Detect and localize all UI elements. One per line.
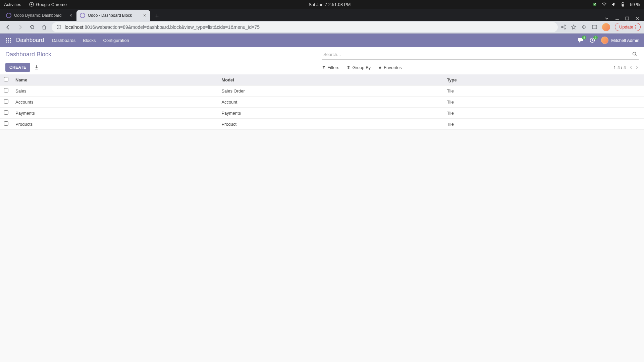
column-header-model[interactable]: Model [218,74,443,85]
menu-configuration[interactable]: Configuration [103,38,129,43]
table-row[interactable]: Sales Sales Order Tile [0,85,644,97]
wifi-icon[interactable] [602,2,606,7]
cell-name: Payments [12,108,218,119]
svg-line-31 [636,55,637,56]
search-icon[interactable] [632,52,637,57]
activities-button[interactable]: Activities [4,2,21,7]
url-text: localhost:8016/web#action=89&model=dashb… [65,24,260,30]
volume-icon[interactable] [611,2,616,7]
table-row[interactable]: Accounts Account Tile [0,97,644,108]
svg-point-12 [561,26,562,28]
battery-icon[interactable] [621,2,625,7]
cell-name: Products [12,119,218,130]
browser-tab[interactable]: Odoo Dynamic Dashboard × [3,10,76,21]
pager-text[interactable]: 1-4 / 4 [613,65,626,70]
notification-icon[interactable] [592,2,597,7]
select-all-checkbox[interactable] [4,77,8,81]
cell-type: Tile [443,108,644,119]
svg-rect-32 [35,69,38,69]
home-button[interactable] [40,22,49,32]
svg-rect-15 [592,25,597,29]
messages-badge: 5 [582,36,586,40]
cell-model: Account [218,97,443,108]
svg-rect-5 [623,2,624,3]
browser-toolbar: localhost:8016/web#action=89&model=dashb… [0,21,644,34]
svg-point-10 [59,26,59,26]
profile-avatar[interactable] [602,23,610,31]
new-tab-button[interactable]: + [152,11,162,21]
forward-button[interactable] [15,22,25,32]
column-header-name[interactable]: Name [12,74,218,85]
svg-point-13 [564,25,566,26]
row-checkbox[interactable] [4,88,8,93]
groupby-label: Group By [352,65,371,70]
search-input[interactable] [322,50,639,60]
site-info-icon[interactable] [56,24,61,29]
app-title[interactable]: Dashboard [16,37,44,44]
breadcrumb: Dashboard Block [5,50,51,58]
favorites-button[interactable]: Favorites [378,65,401,70]
back-button[interactable] [3,22,13,32]
cell-model: Payments [218,108,443,119]
tab-close-button[interactable]: × [68,13,73,18]
control-panel: Dashboard Block CREATE Filters Group By … [0,47,644,74]
table-row[interactable]: Payments Payments Tile [0,108,644,119]
svg-point-17 [635,25,636,26]
svg-rect-27 [8,42,9,43]
messages-button[interactable]: 5 [578,38,584,43]
window-minimize-button[interactable] [615,16,619,20]
sidepanel-icon[interactable] [592,24,597,30]
records-table: Name Model Type Sales Sales Order Tile A… [0,74,644,130]
svg-point-14 [564,28,566,29]
row-checkbox[interactable] [4,110,8,115]
apps-menu-button[interactable] [5,37,12,44]
battery-percent: 59 % [630,2,640,7]
tab-close-button[interactable]: × [142,13,147,18]
menu-blocks[interactable]: Blocks [83,38,96,43]
address-bar[interactable]: localhost:8016/web#action=89&model=dashb… [52,22,558,32]
groupby-button[interactable]: Group By [346,65,371,70]
desktop-top-bar: Activities Google Chrome Sat Jan 7 2:51:… [0,0,644,9]
layers-icon [346,66,351,69]
active-app-indicator[interactable]: Google Chrome [29,2,67,7]
update-button[interactable]: Update [615,23,641,31]
svg-rect-6 [622,4,624,6]
export-button[interactable] [34,65,39,70]
tab-favicon-icon [80,13,85,18]
share-icon[interactable] [560,24,566,30]
table-header-row: Name Model Type [0,74,644,85]
user-avatar-icon [601,37,608,44]
svg-point-2 [593,3,596,6]
extensions-icon[interactable] [581,24,587,30]
svg-rect-21 [8,38,9,39]
window-maximize-button[interactable] [625,16,629,20]
row-checkbox[interactable] [4,121,8,126]
update-label: Update [619,24,633,29]
filters-button[interactable]: Filters [322,65,339,70]
row-checkbox[interactable] [4,99,8,104]
favorites-label: Favorites [384,65,401,70]
svg-rect-23 [6,40,7,41]
reload-button[interactable] [28,22,37,32]
browser-tab[interactable]: Odoo - Dashboard Block × [76,10,150,21]
cell-model: Sales Order [218,85,443,97]
window-close-button[interactable] [635,16,639,20]
activities-button[interactable]: 2 [590,38,595,43]
chrome-menu-chevron-icon[interactable] [604,16,609,21]
cell-name: Accounts [12,97,218,108]
svg-rect-22 [10,38,11,39]
svg-point-18 [635,26,636,27]
column-header-type[interactable]: Type [443,74,644,85]
pager-next-button[interactable] [636,65,639,69]
bookmark-icon[interactable] [571,24,577,30]
filters-label: Filters [327,65,339,70]
create-button[interactable]: CREATE [5,63,30,72]
pager-prev-button[interactable] [629,65,632,69]
activities-badge: 2 [593,36,598,40]
table-row[interactable]: Products Product Tile [0,119,644,130]
user-name: Mitchell Admin [611,38,639,43]
clock[interactable]: Sat Jan 7 2:51:08 PM [67,2,592,7]
user-menu[interactable]: Mitchell Admin [601,37,639,44]
cell-model: Product [218,119,443,130]
menu-dashboards[interactable]: Dashboards [52,38,75,43]
